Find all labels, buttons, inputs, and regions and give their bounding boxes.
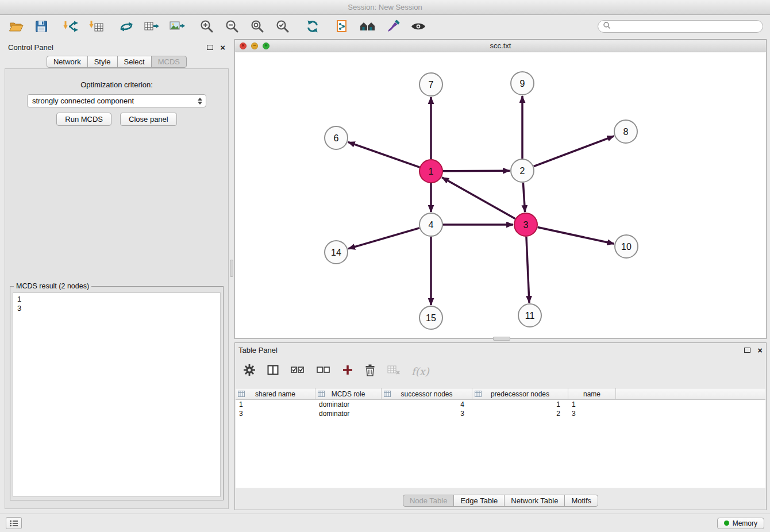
graph-edge-1-2[interactable]: [443, 171, 510, 171]
graph-node-15[interactable]: 15: [419, 306, 442, 329]
column-header-successor-nodes[interactable]: successor nodes: [382, 388, 472, 400]
copy-style-icon[interactable]: [333, 17, 352, 36]
graph-edge-2-3[interactable]: [523, 183, 525, 212]
show-columns-icon[interactable]: [267, 364, 279, 379]
show-hide-graphics-icon[interactable]: [409, 17, 428, 36]
graph-node-10[interactable]: 10: [615, 235, 638, 258]
horizontal-splitter-handle[interactable]: [493, 337, 510, 341]
toolbar-group-export: [117, 17, 186, 36]
column-header-shared-name[interactable]: shared name: [236, 388, 315, 400]
create-column-plus-icon[interactable]: [342, 364, 353, 378]
graph-node-1[interactable]: 1: [419, 160, 442, 183]
table-panel: Table Panel ×: [234, 342, 767, 510]
cell-mcds-role[interactable]: dominator: [315, 400, 382, 409]
close-table-panel-icon[interactable]: ×: [757, 346, 763, 354]
graph-edge-3-10[interactable]: [538, 227, 614, 244]
run-mcds-button[interactable]: Run MCDS: [56, 113, 111, 126]
zoom-out-icon[interactable]: [223, 17, 241, 36]
control-panel-tabs: Network Style Select MCDS: [5, 56, 229, 68]
main-toolbar: [0, 15, 770, 38]
memory-button[interactable]: Memory: [717, 518, 764, 529]
cell-shared-name[interactable]: 1: [236, 400, 315, 409]
column-header-mcds-role[interactable]: MCDS role: [315, 388, 382, 400]
cell-predecessor-nodes[interactable]: 2: [472, 409, 568, 418]
criterion-dropdown[interactable]: strongly connected component: [27, 94, 206, 107]
cell-name[interactable]: 1: [568, 400, 616, 409]
graph-edge-3-11[interactable]: [526, 237, 529, 303]
table-toolbar: f(x): [243, 359, 429, 383]
cell-name[interactable]: 3: [568, 409, 616, 418]
mcds-result-item[interactable]: 1: [17, 295, 216, 304]
graph-node-4[interactable]: 4: [419, 213, 442, 236]
zoom-selected-icon[interactable]: [274, 17, 292, 36]
graph-node-3[interactable]: 3: [514, 213, 537, 236]
task-history-button[interactable]: [6, 517, 22, 529]
criterion-dropdown-value: strongly connected component: [32, 97, 134, 105]
table-row[interactable]: 3 dominator 3 2 3: [236, 409, 765, 418]
export-image-icon[interactable]: [168, 17, 186, 36]
window-close-icon[interactable]: ×: [240, 43, 247, 49]
open-session-icon[interactable]: [7, 17, 25, 36]
graph-edge-4-14[interactable]: [348, 228, 419, 249]
tab-select[interactable]: Select: [117, 56, 152, 68]
cell-shared-name[interactable]: 3: [236, 409, 315, 418]
import-network-icon[interactable]: [62, 17, 80, 36]
graph-edge-3-1[interactable]: [442, 178, 515, 219]
deselect-all-columns-icon[interactable]: [316, 364, 331, 379]
import-table-icon[interactable]: [87, 17, 106, 36]
control-panel-title: Control Panel: [8, 43, 53, 52]
close-panel-icon[interactable]: ×: [220, 43, 225, 52]
svg-text:11: 11: [525, 311, 535, 321]
zoom-in-icon[interactable]: [198, 17, 216, 36]
apply-style-icon[interactable]: [384, 17, 402, 36]
float-table-panel-icon[interactable]: [744, 348, 750, 353]
graph-node-9[interactable]: 9: [511, 72, 534, 95]
tab-motifs[interactable]: Motifs: [564, 495, 598, 507]
window-zoom-icon[interactable]: +: [263, 43, 270, 49]
network-canvas[interactable]: 7968124314101511: [235, 52, 766, 338]
graph-node-7[interactable]: 7: [419, 73, 442, 96]
graph-node-14[interactable]: 14: [325, 241, 348, 264]
search-input[interactable]: [614, 22, 758, 30]
toolbar-search[interactable]: [598, 20, 763, 33]
traffic-lights: × − +: [240, 40, 270, 52]
table-row[interactable]: 1 dominator 4 1 1: [236, 400, 765, 409]
vertical-splitter-handle[interactable]: [230, 260, 233, 277]
window-minimize-icon[interactable]: −: [251, 43, 258, 49]
zoom-fit-icon[interactable]: [248, 17, 267, 36]
mcds-result-item[interactable]: 3: [17, 304, 216, 313]
close-panel-button[interactable]: Close panel: [120, 113, 177, 126]
tab-network-table[interactable]: Network Table: [504, 495, 565, 507]
first-neighbors-icon[interactable]: [359, 17, 377, 36]
tab-node-table[interactable]: Node Table: [403, 495, 455, 507]
graph-node-6[interactable]: 6: [325, 126, 348, 149]
graph-node-2[interactable]: 2: [511, 159, 534, 182]
mcds-tab-content: Optimization criterion: strongly connect…: [5, 68, 229, 509]
tab-style[interactable]: Style: [87, 56, 118, 68]
cell-predecessor-nodes[interactable]: 1: [472, 400, 568, 409]
export-network-icon[interactable]: [117, 17, 136, 36]
refresh-icon[interactable]: [303, 17, 322, 36]
graph-node-8[interactable]: 8: [614, 120, 637, 143]
tab-mcds[interactable]: MCDS: [151, 56, 187, 68]
cell-mcds-role[interactable]: dominator: [315, 409, 382, 418]
export-table-icon[interactable]: [143, 17, 161, 36]
cell-successor-nodes[interactable]: 4: [382, 400, 472, 409]
float-panel-icon[interactable]: [207, 45, 213, 50]
graph-edge-2-8[interactable]: [534, 136, 614, 167]
network-view-window: × − + scc.txt 7968124314101511: [234, 39, 767, 339]
graph-node-11[interactable]: 11: [518, 304, 541, 327]
save-session-icon[interactable]: [32, 17, 51, 36]
column-header-name[interactable]: name: [568, 388, 616, 400]
delete-column-trash-icon[interactable]: [364, 364, 376, 379]
svg-text:2: 2: [520, 166, 525, 176]
column-label: MCDS role: [332, 390, 365, 398]
column-header-predecessor-nodes[interactable]: predecessor nodes: [472, 388, 568, 400]
mcds-result-list[interactable]: 1 3: [13, 292, 221, 497]
tab-network[interactable]: Network: [47, 56, 88, 68]
tab-edge-table[interactable]: Edge Table: [453, 495, 505, 507]
table-settings-gear-icon[interactable]: [243, 364, 256, 379]
graph-edge-1-6[interactable]: [348, 142, 419, 167]
select-all-columns-icon[interactable]: [290, 364, 305, 379]
cell-successor-nodes[interactable]: 3: [382, 409, 472, 418]
